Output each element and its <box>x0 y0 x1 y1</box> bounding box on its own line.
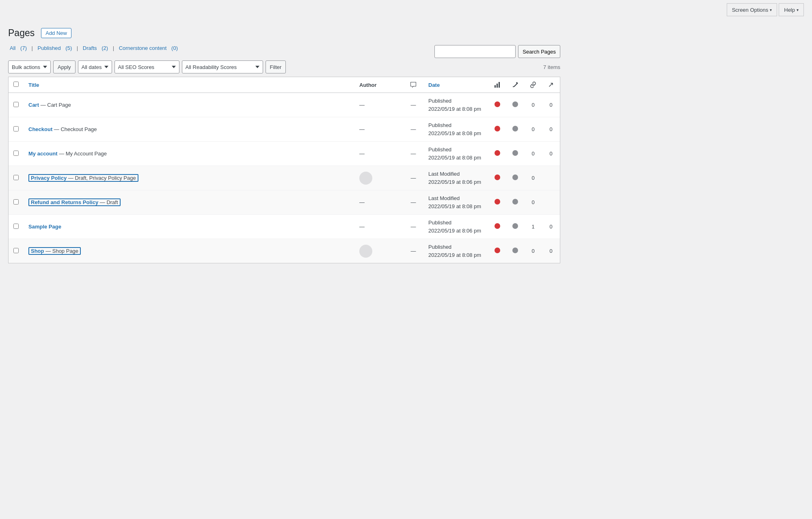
row-links-count: 0 <box>524 190 542 215</box>
page-title-link[interactable]: Cart <box>28 102 39 108</box>
row-seo-score <box>488 166 506 190</box>
readability-gray-dot <box>512 223 518 229</box>
page-title-link[interactable]: Refund and Returns Policy <box>31 199 98 205</box>
seo-red-dot <box>495 248 500 253</box>
row-comments: — <box>403 190 423 215</box>
all-dates-dropdown[interactable]: All dates <box>78 60 112 73</box>
readability-gray-dot <box>512 126 518 131</box>
row-linked-by-count: 0 <box>542 93 560 117</box>
row-readability-score <box>506 166 524 190</box>
row-checkbox[interactable] <box>13 102 19 107</box>
row-links-count: 0 <box>524 93 542 117</box>
filter-links: All (7) | Published (5) | Drafts (2) | C… <box>8 45 179 51</box>
row-date: Last Modified2022/05/19 at 8:06 pm <box>423 166 488 190</box>
th-author: Author <box>354 77 403 93</box>
add-new-button[interactable]: Add New <box>41 28 71 38</box>
readability-gray-dot <box>512 174 518 180</box>
row-title: Checkout — Checkout Page <box>24 117 354 142</box>
search-input[interactable] <box>434 45 516 58</box>
page-title: Pages <box>8 28 35 39</box>
table-row: Privacy Policy — Draft, Privacy Policy P… <box>9 166 560 190</box>
th-select-all <box>9 77 24 93</box>
row-comments: — <box>403 142 423 166</box>
svg-rect-1 <box>497 84 498 88</box>
filter-all-link[interactable]: All (7) <box>8 45 30 51</box>
page-title-link[interactable]: Shop <box>31 248 44 254</box>
row-author: — <box>354 117 403 142</box>
row-comments: — <box>403 215 423 239</box>
links-icon <box>529 81 537 88</box>
row-links-count: 0 <box>524 117 542 142</box>
row-seo-score <box>488 117 506 142</box>
row-date: Published2022/05/19 at 8:06 pm <box>423 215 488 239</box>
page-title-link[interactable]: Checkout <box>28 126 52 132</box>
row-checkbox[interactable] <box>13 248 19 253</box>
row-checkbox[interactable] <box>13 224 19 229</box>
screen-options-label: Screen Options <box>732 7 769 13</box>
row-title: Cart — Cart Page <box>24 93 354 117</box>
filter-drafts-link[interactable]: Drafts (2) <box>81 45 111 51</box>
table-row: Checkout — Checkout Page——Published2022/… <box>9 117 560 142</box>
row-title: Privacy Policy — Draft, Privacy Policy P… <box>24 166 354 190</box>
filter-published-link[interactable]: Published (5) <box>36 45 75 51</box>
row-author: — <box>354 215 403 239</box>
row-readability-score <box>506 239 524 263</box>
all-seo-scores-dropdown[interactable]: All SEO Scores <box>114 60 179 73</box>
row-author: — <box>354 142 403 166</box>
row-author: — <box>354 93 403 117</box>
table-row: Cart — Cart Page——Published2022/05/19 at… <box>9 93 560 117</box>
th-title-link[interactable]: Title <box>28 82 39 88</box>
row-checkbox[interactable] <box>13 151 19 156</box>
th-date-link[interactable]: Date <box>428 82 440 88</box>
th-title: Title <box>24 77 354 93</box>
page-header: Pages Add New <box>8 28 560 39</box>
page-title-link[interactable]: Sample Page <box>28 224 61 230</box>
row-author <box>354 166 403 190</box>
row-author: — <box>354 190 403 215</box>
seo-red-dot <box>495 150 500 156</box>
seo-red-dot <box>495 199 500 205</box>
row-seo-score <box>488 190 506 215</box>
seo-red-dot <box>495 223 500 229</box>
items-count: 7 items <box>543 64 560 70</box>
row-date: Published2022/05/19 at 8:08 pm <box>423 142 488 166</box>
row-checkbox[interactable] <box>13 126 19 131</box>
row-comments: — <box>403 93 423 117</box>
select-all-checkbox[interactable] <box>13 82 19 87</box>
search-pages-button[interactable]: Search Pages <box>518 45 560 58</box>
row-readability-score <box>506 215 524 239</box>
filter-cornerstone-link[interactable]: Cornerstone content (0) <box>117 45 179 51</box>
apply-button[interactable]: Apply <box>53 60 76 73</box>
bulk-actions-dropdown[interactable]: Bulk actions <box>8 60 51 73</box>
row-linked-by-count: 0 <box>542 239 560 263</box>
row-comments: — <box>403 166 423 190</box>
page-title-link[interactable]: Privacy Policy <box>31 175 67 181</box>
filter-button[interactable]: Filter <box>266 60 286 73</box>
all-readability-dropdown[interactable]: All Readability Scores <box>182 60 263 73</box>
row-checkbox[interactable] <box>13 175 19 180</box>
seo-red-dot <box>495 101 500 107</box>
search-pages-row: Search Pages <box>434 45 560 58</box>
help-button[interactable]: Help ▾ <box>779 3 804 16</box>
row-readability-score <box>506 142 524 166</box>
readability-gray-dot <box>512 101 518 107</box>
seo-red-dot <box>495 126 500 131</box>
row-checkbox[interactable] <box>13 199 19 205</box>
row-date: Last Modified2022/05/19 at 8:08 pm <box>423 190 488 215</box>
row-seo-score <box>488 93 506 117</box>
comments-icon <box>410 81 417 88</box>
row-title: Refund and Returns Policy — Draft <box>24 190 354 215</box>
row-readability-score <box>506 190 524 215</box>
avatar <box>359 172 372 185</box>
pages-table: Title Author Date <box>8 77 560 263</box>
th-linked-by <box>542 77 560 93</box>
seo-score-icon <box>494 81 501 88</box>
screen-options-button[interactable]: Screen Options ▾ <box>727 3 777 16</box>
page-title-link[interactable]: My account <box>28 151 58 157</box>
row-seo-score <box>488 239 506 263</box>
readability-icon <box>512 81 519 88</box>
table-row: Shop — Shop Page—Published2022/05/19 at … <box>9 239 560 263</box>
row-title: My account — My Account Page <box>24 142 354 166</box>
row-date: Published2022/05/19 at 8:08 pm <box>423 93 488 117</box>
row-linked-by-count: 0 <box>542 142 560 166</box>
